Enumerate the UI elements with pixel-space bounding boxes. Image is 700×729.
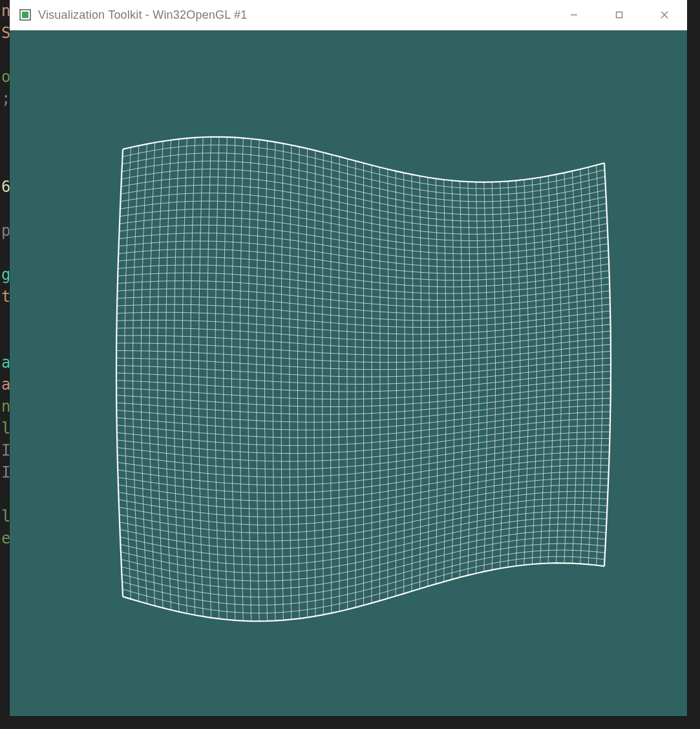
window-controls xyxy=(551,0,687,30)
vtk-window: Visualization Toolkit - Win32OpenGL #1 xyxy=(10,0,687,716)
wireframe-mesh xyxy=(10,30,687,716)
titlebar[interactable]: Visualization Toolkit - Win32OpenGL #1 xyxy=(10,0,687,30)
close-button[interactable] xyxy=(642,0,687,30)
svg-rect-3 xyxy=(617,12,622,18)
editor-gutter-sliver: nSo;6pgtaanlIIle xyxy=(0,0,10,729)
opengl-viewport[interactable] xyxy=(10,30,687,716)
minimize-button[interactable] xyxy=(551,0,597,30)
app-icon xyxy=(19,8,32,21)
window-title: Visualization Toolkit - Win32OpenGL #1 xyxy=(38,8,247,22)
svg-rect-1 xyxy=(22,12,28,18)
maximize-button[interactable] xyxy=(597,0,642,30)
